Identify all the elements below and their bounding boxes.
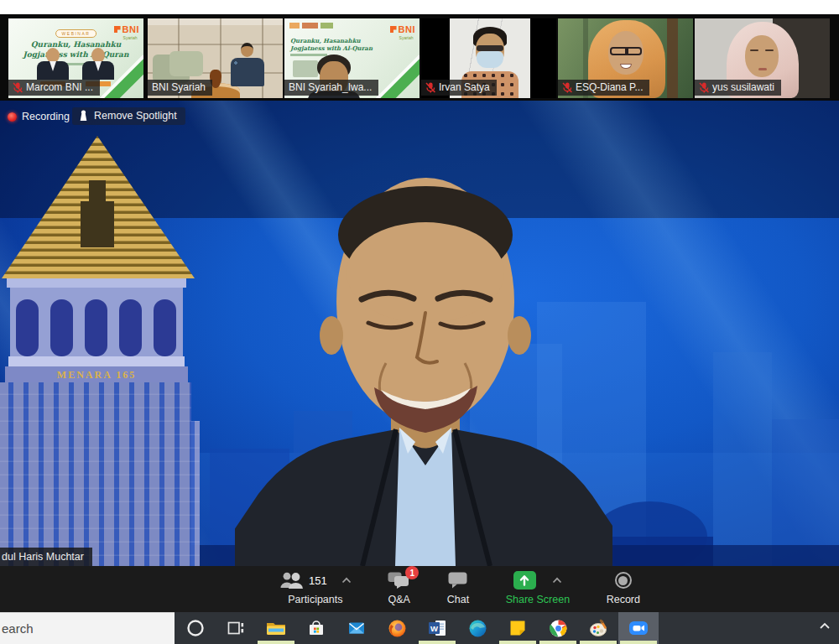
glasses xyxy=(477,45,503,51)
participant-name-label: Marcom BNI ... xyxy=(8,80,100,96)
video-thumbnail-marcom[interactable]: BNI Syariah WEBINAR Quranku, Hasanahku J… xyxy=(8,18,143,98)
bni-mark-icon xyxy=(114,26,121,33)
edge-icon xyxy=(467,618,488,639)
poster-title-line2: Jogjatness with Al-Quran xyxy=(8,50,143,59)
participants-menu-chevron[interactable] xyxy=(341,577,352,584)
glasses xyxy=(610,47,642,55)
chat-button[interactable]: Chat xyxy=(447,571,469,605)
participants-icon xyxy=(279,572,303,589)
zoom-app-button[interactable] xyxy=(618,612,659,644)
chrome-button[interactable] xyxy=(538,612,578,644)
sticky-notes-icon xyxy=(508,618,528,638)
video-thumbnail-irvan[interactable]: Irvan Satya xyxy=(421,18,556,98)
armchair xyxy=(169,51,203,76)
top-white-strip xyxy=(0,0,839,14)
cortana-button[interactable] xyxy=(175,612,216,644)
task-view-icon xyxy=(226,618,246,638)
recording-dot-icon xyxy=(8,112,17,122)
bni-syariah-logo: BNI Syariah xyxy=(114,22,139,40)
webinar-badge: WEBINAR xyxy=(55,29,97,38)
windows-taskbar: earch xyxy=(0,612,839,644)
partner-logos xyxy=(289,23,333,29)
share-screen-button[interactable]: Share Screen xyxy=(506,571,570,605)
mic-muted-icon xyxy=(699,82,709,93)
file-explorer-icon xyxy=(265,618,287,638)
mail-icon xyxy=(347,618,367,638)
qa-unread-badge: 1 xyxy=(405,566,419,579)
window-frame xyxy=(667,18,678,98)
meeting-toolbar: 151 Participants 1 Q&A xyxy=(0,566,839,612)
taskbar-overflow-chevron[interactable] xyxy=(819,622,831,630)
remove-spotlight-button[interactable]: Remove Spotlight xyxy=(72,107,185,125)
paint-3d-icon xyxy=(588,618,609,639)
bni-syariah-logo: BNI Syariah xyxy=(390,22,415,40)
chrome-icon xyxy=(548,618,569,639)
word-button[interactable]: W xyxy=(417,612,457,644)
zoom-app-icon xyxy=(628,618,649,638)
participant-name-label: ESQ-Diana P... xyxy=(558,80,649,96)
svg-text:W: W xyxy=(430,624,438,633)
tower-sign: MENARA 165 xyxy=(57,369,136,381)
mic-muted-icon xyxy=(13,82,23,93)
mic-muted-icon xyxy=(562,82,572,93)
video-thumbnail-diana[interactable]: ESQ-Diana P... xyxy=(558,18,693,98)
cortana-icon xyxy=(185,618,206,638)
file-explorer-button[interactable] xyxy=(256,612,296,644)
participant-name-label: BNI Syariah_Iwa... xyxy=(284,80,378,96)
paint-3d-button[interactable] xyxy=(578,612,618,644)
speaker-name-label: dul Haris Muchtar xyxy=(0,548,92,566)
edge-button[interactable] xyxy=(457,612,498,644)
main-video: MENARA 165 xyxy=(0,101,839,566)
microsoft-store-icon xyxy=(306,618,326,638)
poster-green-ribbon xyxy=(375,57,420,98)
share-screen-icon xyxy=(513,571,536,589)
poster-title-line2: Jogjatness with Al-Quran xyxy=(290,44,373,52)
participant-name-label: BNI Syariah xyxy=(148,80,212,96)
zoom-meeting-window: BNI Syariah WEBINAR Quranku, Hasanahku J… xyxy=(0,0,839,644)
qa-button[interactable]: 1 Q&A xyxy=(388,571,410,605)
task-view-button[interactable] xyxy=(216,612,256,644)
video-thumbnail-yus[interactable]: yus susilawati xyxy=(695,18,830,98)
speaker-person xyxy=(235,172,612,566)
chat-bubble-icon xyxy=(448,572,467,589)
video-thumbnail-iwan[interactable]: Quranku, Hasanahku Jogjatness with Al-Qu… xyxy=(284,18,420,98)
recording-indicator: Recording xyxy=(8,111,70,122)
record-icon xyxy=(615,572,632,589)
taskbar-icons: W xyxy=(175,612,659,644)
bni-mark-icon xyxy=(390,26,397,33)
mail-button[interactable] xyxy=(336,612,377,644)
participant-name-label: yus susilawati xyxy=(695,80,781,96)
poster-title-line1: Quranku, Hasanahku xyxy=(8,40,143,49)
word-icon: W xyxy=(427,618,448,638)
seated-man xyxy=(231,43,264,86)
participants-button[interactable]: 151 Participants xyxy=(279,571,352,605)
sticky-notes-button[interactable] xyxy=(498,612,538,644)
microsoft-store-button[interactable] xyxy=(296,612,336,644)
spotlight-icon xyxy=(78,110,89,122)
participant-name-label: Irvan Satya xyxy=(421,80,497,96)
taskbar-search-input[interactable]: earch xyxy=(0,612,175,644)
poster-title-line1: Quranku, Hasanahku xyxy=(290,37,361,44)
video-thumbnail-bni-syariah[interactable]: BNI Syariah xyxy=(148,18,283,98)
face-mask xyxy=(477,51,503,68)
mic-muted-icon xyxy=(425,82,435,93)
thumbnail-strip: BNI Syariah WEBINAR Quranku, Hasanahku J… xyxy=(0,14,839,101)
share-screen-menu-chevron[interactable] xyxy=(552,577,562,584)
firefox-button[interactable] xyxy=(377,612,417,644)
record-button[interactable]: Record xyxy=(607,571,640,605)
firefox-icon xyxy=(387,618,408,639)
